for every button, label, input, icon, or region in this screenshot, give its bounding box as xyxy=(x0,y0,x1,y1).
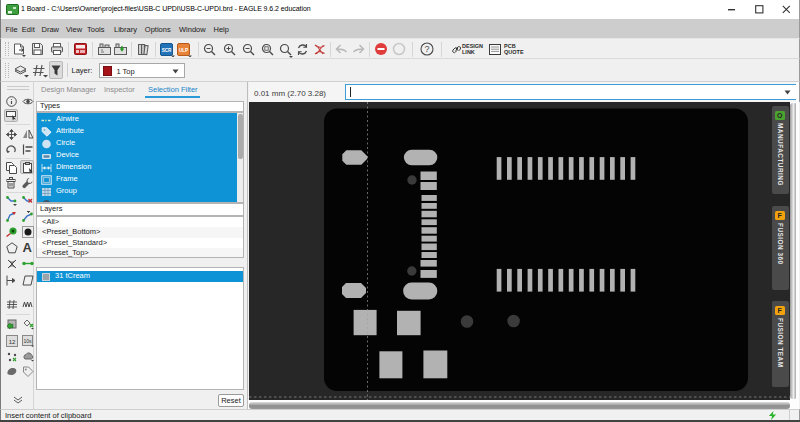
svg-text:ULP: ULP xyxy=(179,48,188,53)
svg-text:12: 12 xyxy=(8,338,15,344)
svg-text:10s: 10s xyxy=(23,337,32,343)
svg-text:SCR: SCR xyxy=(162,48,172,53)
svg-text:?: ? xyxy=(424,44,429,54)
